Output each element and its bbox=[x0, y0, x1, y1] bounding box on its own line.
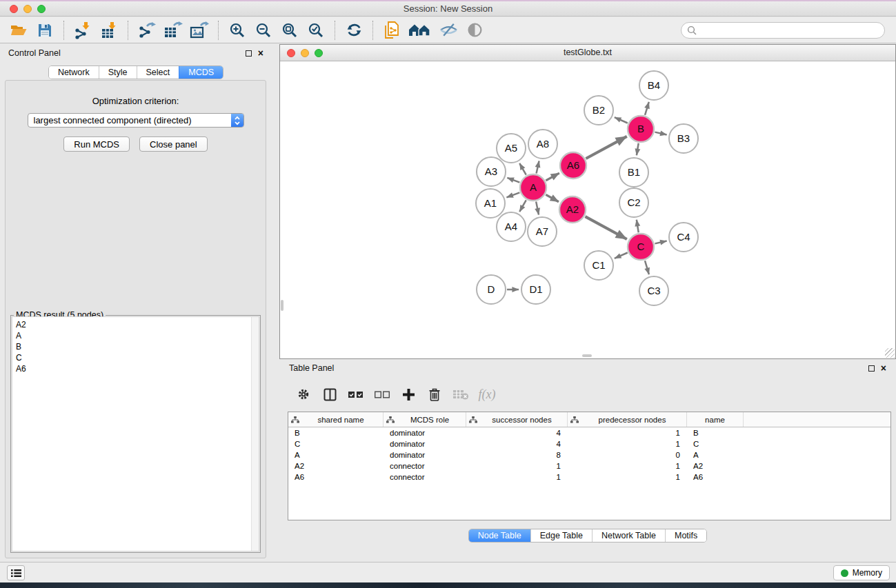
graph-node-C3[interactable]: C3 bbox=[639, 276, 668, 305]
table-cell[interactable]: 1 bbox=[568, 473, 687, 481]
show-graphics-details-icon[interactable] bbox=[463, 19, 486, 41]
table-cell[interactable]: 0 bbox=[568, 451, 687, 459]
table-cell[interactable]: A6 bbox=[288, 473, 384, 481]
mcds-result-list[interactable]: A2ABCA6 bbox=[12, 316, 259, 551]
graph-edge-A-A7[interactable] bbox=[536, 202, 539, 215]
graph-edge-C-C3[interactable] bbox=[645, 261, 649, 274]
add-column-icon[interactable] bbox=[398, 384, 419, 405]
graph-edge-A-A5[interactable] bbox=[519, 163, 526, 175]
graph-edge-A-A2[interactable] bbox=[546, 194, 559, 201]
tab-mcds[interactable]: MCDS bbox=[179, 66, 223, 79]
table-cell[interactable]: 1 bbox=[568, 462, 687, 470]
graph-node-A2[interactable]: A2 bbox=[559, 196, 586, 223]
zoom-fit-icon[interactable] bbox=[278, 19, 301, 41]
close-panel-button[interactable]: Close panel bbox=[139, 136, 208, 152]
import-table-icon[interactable] bbox=[97, 19, 121, 41]
graph-node-C1[interactable]: C1 bbox=[584, 251, 613, 280]
export-table-icon[interactable] bbox=[161, 19, 185, 41]
tab-network[interactable]: Network bbox=[49, 66, 99, 79]
graph-edge-A6-B[interactable] bbox=[586, 136, 626, 159]
network-canvas[interactable]: B4B2BB3A5A8A6A3B1AA1C2A2A4A7CC4C1C3DD1 bbox=[280, 62, 895, 358]
graph-node-C4[interactable]: C4 bbox=[669, 223, 698, 252]
table-cell[interactable]: 1 bbox=[568, 440, 687, 448]
column-header[interactable]: shared name bbox=[288, 412, 384, 427]
table-cell[interactable]: connector bbox=[384, 462, 466, 470]
tab-style[interactable]: Style bbox=[99, 66, 137, 79]
table-cell[interactable]: 8 bbox=[466, 451, 568, 459]
graph-node-A8[interactable]: A8 bbox=[528, 130, 557, 159]
graph-node-C2[interactable]: C2 bbox=[619, 188, 648, 217]
float-table-panel-icon[interactable] bbox=[868, 365, 875, 372]
table-cell[interactable]: connector bbox=[384, 473, 466, 481]
show-all-network-views-icon[interactable] bbox=[406, 19, 434, 41]
node-table[interactable]: shared nameMCDS rolesuccessor nodesprede… bbox=[288, 412, 891, 520]
mcds-result-item[interactable]: C bbox=[16, 352, 255, 363]
tab-select[interactable]: Select bbox=[137, 66, 179, 79]
table-cell[interactable]: dominator bbox=[384, 440, 466, 448]
close-table-panel-icon[interactable]: × bbox=[881, 365, 886, 372]
table-settings-gear-icon[interactable] bbox=[293, 384, 314, 405]
table-cell[interactable]: C bbox=[687, 440, 744, 448]
table-cell[interactable]: 4 bbox=[466, 440, 568, 448]
graph-edge-A-A6[interactable] bbox=[546, 173, 559, 181]
graph-edge-A-A3[interactable] bbox=[507, 178, 519, 183]
table-cell[interactable]: B bbox=[288, 429, 384, 437]
column-header[interactable]: MCDS role bbox=[384, 412, 466, 427]
graph-node-C[interactable]: C bbox=[628, 234, 654, 260]
close-panel-icon[interactable]: × bbox=[258, 50, 263, 57]
table-cell[interactable]: B bbox=[687, 429, 744, 437]
network-graph[interactable]: B4B2BB3A5A8A6A3B1AA1C2A2A4A7CC4C1C3DD1 bbox=[280, 62, 895, 358]
graph-node-B2[interactable]: B2 bbox=[584, 96, 613, 125]
refresh-view-icon[interactable] bbox=[342, 19, 366, 41]
table-cell[interactable]: 1 bbox=[466, 462, 568, 470]
column-header[interactable]: predecessor nodes bbox=[568, 412, 687, 427]
horizontal-scrollbar-thumb[interactable] bbox=[582, 354, 592, 357]
graph-edge-A-A1[interactable] bbox=[506, 192, 519, 197]
delete-column-icon[interactable] bbox=[424, 384, 445, 405]
table-cell[interactable]: A6 bbox=[687, 473, 744, 481]
graph-edge-A2-C[interactable] bbox=[585, 216, 626, 239]
table-cell[interactable]: A bbox=[288, 451, 384, 459]
save-session-icon[interactable] bbox=[33, 19, 57, 41]
network-window-titlebar[interactable]: testGlobe.txt bbox=[280, 45, 895, 61]
graph-edge-B-B1[interactable] bbox=[637, 143, 639, 156]
table-cell[interactable]: dominator bbox=[384, 451, 466, 459]
export-image-icon[interactable] bbox=[188, 19, 211, 41]
open-session-icon[interactable] bbox=[7, 19, 30, 41]
graph-edge-A-A4[interactable] bbox=[519, 200, 526, 212]
graph-node-A1[interactable]: A1 bbox=[476, 189, 505, 218]
zoom-selected-icon[interactable] bbox=[304, 19, 328, 41]
graph-edge-C-C1[interactable] bbox=[615, 252, 628, 258]
table-cell[interactable]: A bbox=[687, 451, 744, 459]
toolbar-search[interactable] bbox=[681, 22, 885, 39]
table-row[interactable]: Cdominator41C bbox=[288, 438, 890, 449]
table-row[interactable]: A2connector11A2 bbox=[288, 460, 890, 472]
graph-node-B3[interactable]: B3 bbox=[669, 124, 698, 153]
graph-edge-B-B3[interactable] bbox=[655, 132, 666, 135]
search-input[interactable] bbox=[697, 26, 879, 35]
mcds-result-item[interactable]: A6 bbox=[16, 363, 255, 374]
deselect-all-columns-icon[interactable] bbox=[372, 384, 392, 405]
graph-node-A7[interactable]: A7 bbox=[528, 217, 557, 246]
table-cell[interactable]: 4 bbox=[466, 429, 568, 437]
zoom-in-icon[interactable] bbox=[226, 19, 249, 41]
import-network-icon[interactable] bbox=[71, 19, 94, 41]
table-row[interactable]: Adominator80A bbox=[288, 449, 890, 460]
graph-node-A[interactable]: A bbox=[520, 174, 546, 201]
graph-edge-B-B4[interactable] bbox=[645, 102, 649, 115]
zoom-out-icon[interactable] bbox=[252, 19, 275, 41]
mcds-result-item[interactable]: A2 bbox=[16, 319, 255, 330]
graph-node-A4[interactable]: A4 bbox=[497, 212, 526, 241]
table-cell[interactable]: dominator bbox=[384, 429, 466, 437]
table-cell[interactable]: 1 bbox=[466, 473, 568, 481]
vertical-scrollbar-thumb[interactable] bbox=[281, 300, 283, 311]
graph-node-D[interactable]: D bbox=[477, 275, 506, 304]
column-header[interactable]: name bbox=[687, 412, 744, 427]
mcds-result-item[interactable]: B bbox=[16, 341, 255, 352]
graph-edge-A-A8[interactable] bbox=[537, 161, 539, 173]
graph-edge-C-C2[interactable] bbox=[637, 220, 639, 233]
run-mcds-button[interactable]: Run MCDS bbox=[63, 136, 130, 152]
tab-node-table[interactable]: Node Table bbox=[469, 529, 530, 542]
graph-node-B[interactable]: B bbox=[628, 116, 654, 142]
resize-grip[interactable] bbox=[885, 348, 895, 358]
